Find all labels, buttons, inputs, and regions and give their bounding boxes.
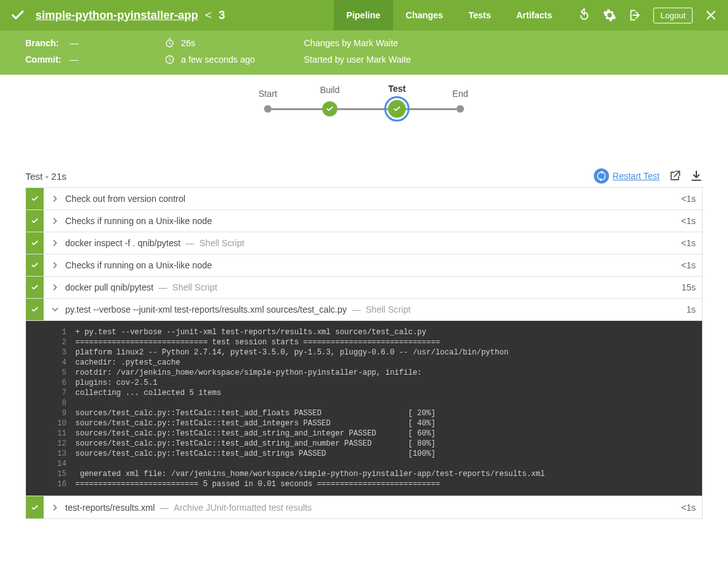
close-icon[interactable] — [704, 8, 718, 22]
step-duration: <1s — [681, 260, 696, 270]
header-top: simple-python-pyinstaller-app < 3 Pipeli… — [0, 0, 728, 30]
step-title: Check out from version control — [65, 194, 185, 204]
step-title: docker inspect -f . qnib/pytest — [65, 238, 180, 248]
tab-pipeline[interactable]: Pipeline — [334, 0, 393, 30]
stage-build[interactable]: Build — [322, 101, 337, 116]
stage-node-dot — [456, 105, 464, 113]
chevron-right-icon — [50, 216, 60, 226]
console-line-number: 11 — [44, 428, 75, 439]
step-duration: <1s — [681, 216, 696, 226]
step-duration: <1s — [681, 194, 696, 204]
commit-label: Commit: — [25, 54, 63, 65]
tabs: PipelineChangesTestsArtifacts — [334, 0, 565, 30]
step-body[interactable]: Checks if running on a Unix-like node<1s — [44, 254, 702, 276]
step-body[interactable]: py.test --verbose --junit-xml test-repor… — [44, 299, 702, 320]
chevron-right-icon — [50, 503, 60, 513]
console-line-number: 6 — [44, 378, 75, 388]
step-status — [26, 210, 44, 232]
step-check-icon — [30, 216, 39, 225]
breadcrumb: simple-python-pyinstaller-app < 3 — [35, 9, 225, 22]
gear-icon[interactable] — [603, 8, 617, 22]
step-console-row: 1+ py.test --verbose --junit-xml test-re… — [26, 321, 702, 496]
status-check-icon — [10, 8, 25, 23]
step-annotation: Shell Script — [172, 282, 217, 292]
chevron-down-icon — [50, 304, 60, 315]
stage-connector — [272, 108, 322, 110]
console-line-number: 4 — [44, 358, 75, 368]
console-line — [75, 398, 560, 408]
console-line: =========================== 5 passed in … — [75, 479, 560, 489]
duration-value: 26s — [181, 38, 196, 48]
steps-list: Check out from version control<1sChecks … — [25, 187, 703, 519]
step-body[interactable]: Check out from version control<1s — [44, 188, 702, 210]
step-row: Checks if running on a Unix-like node<1s — [26, 210, 702, 232]
stage-label: End — [453, 89, 468, 99]
step-body[interactable]: docker inspect -f . qnib/pytest—Shell Sc… — [44, 232, 702, 254]
step-status — [26, 299, 44, 320]
step-title: docker pull qnib/pytest — [65, 282, 153, 292]
chevron-right-icon — [50, 282, 60, 292]
console-line: ============================= test sessi… — [75, 337, 560, 347]
pipeline-graph: StartBuildTestEnd — [0, 75, 728, 168]
step-duration: <1s — [681, 503, 696, 513]
step-check-icon — [30, 239, 39, 247]
stage-end[interactable]: End — [456, 105, 464, 113]
restart-test-link[interactable]: Restart Test — [594, 168, 660, 184]
rerun-icon[interactable] — [577, 8, 591, 22]
logout-button[interactable]: Logout — [653, 8, 693, 23]
console-line: collecting ... collected 5 items — [75, 388, 560, 398]
step-status — [26, 496, 44, 518]
console-line-number: 2 — [44, 337, 75, 347]
step-body[interactable]: Checks if running on a Unix-like node<1s — [44, 210, 702, 232]
changes-by: Changes by Mark Waite — [304, 38, 398, 48]
stage-test[interactable]: Test — [388, 100, 406, 118]
console-line-number: 12 — [44, 439, 75, 449]
exit-icon[interactable] — [628, 8, 642, 22]
console-line: + py.test --verbose --junit-xml test-rep… — [75, 327, 560, 337]
console-line-number: 5 — [44, 368, 75, 378]
console-line-number: 8 — [44, 398, 75, 408]
stage-connector — [337, 108, 388, 110]
console-line-number: 14 — [44, 459, 75, 469]
tab-artifacts[interactable]: Artifacts — [503, 0, 565, 30]
console-line-number: 9 — [44, 408, 75, 418]
stage-label: Test — [388, 84, 406, 94]
download-icon[interactable] — [690, 170, 703, 182]
console-line-number: 15 — [44, 469, 75, 479]
step-body[interactable]: docker pull qnib/pytest—Shell Script15s — [44, 277, 702, 298]
tab-changes[interactable]: Changes — [393, 0, 456, 30]
step-duration: 1s — [686, 304, 696, 315]
console-line-number: 16 — [44, 479, 75, 489]
breadcrumb-project-link[interactable]: simple-python-pyinstaller-app — [35, 9, 198, 22]
step-row: py.test --verbose --junit-xml test-repor… — [26, 299, 702, 321]
step-body[interactable]: test-reports/results.xml—Archive JUnit-f… — [44, 496, 702, 518]
stage-node-dot — [264, 105, 272, 113]
tab-tests[interactable]: Tests — [456, 0, 504, 30]
console-line: plugins: cov-2.5.1 — [75, 378, 560, 388]
console-output: 1+ py.test --verbose --junit-xml test-re… — [44, 321, 702, 496]
console-line-number: 7 — [44, 388, 75, 398]
step-row: Checks if running on a Unix-like node<1s — [26, 254, 702, 277]
stage-start[interactable]: Start — [264, 105, 272, 113]
breadcrumb-separator: < — [205, 9, 212, 22]
step-check-icon — [30, 283, 39, 292]
breadcrumb-run-number: 3 — [219, 9, 225, 22]
step-row: docker inspect -f . qnib/pytest—Shell Sc… — [26, 232, 702, 254]
console-line — [75, 459, 560, 469]
console-line: cachedir: .pytest_cache — [75, 358, 560, 368]
chevron-right-icon — [50, 194, 60, 204]
console-line-number: 3 — [44, 347, 75, 358]
started-by: Started by user Mark Waite — [304, 54, 411, 65]
open-external-icon[interactable] — [668, 170, 681, 182]
stage-node-check — [388, 100, 406, 118]
console-line-number: 13 — [44, 449, 75, 459]
header: simple-python-pyinstaller-app < 3 Pipeli… — [0, 0, 728, 75]
stage-connector — [406, 108, 456, 110]
step-row: docker pull qnib/pytest—Shell Script15s — [26, 277, 702, 299]
console-line-number: 10 — [44, 418, 75, 428]
step-title: Checks if running on a Unix-like node — [65, 216, 212, 226]
step-check-icon — [30, 261, 39, 270]
console-line: sources/test_calc.py::TestCalc::test_add… — [75, 408, 560, 418]
branch-label: Branch: — [25, 38, 63, 48]
commit-value: — — [70, 54, 78, 65]
